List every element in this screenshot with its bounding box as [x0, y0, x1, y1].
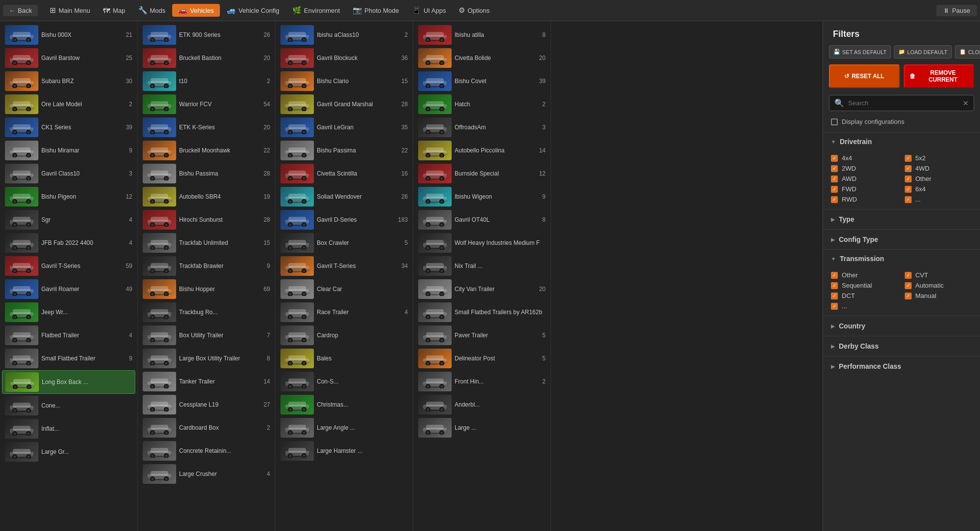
vehicle-item[interactable]: City Van Trailer 20: [415, 278, 549, 300]
vehicle-item[interactable]: Trackfab Brawler 9: [140, 255, 273, 277]
vehicle-item[interactable]: Gavril Class10 3: [2, 162, 135, 185]
vehicle-item[interactable]: Large Gr...: [2, 441, 135, 463]
config-type-header[interactable]: ▶ Config Type: [823, 230, 980, 249]
checkbox-awd[interactable]: ✓: [831, 176, 838, 182]
checkbox-automatic[interactable]: ✓: [905, 282, 912, 289]
checkbox-item-dct[interactable]: ✓ DCT: [831, 292, 899, 299]
vehicle-item[interactable]: Ore Late Model 2: [2, 93, 135, 116]
nav-btn-photo-mode[interactable]: 📷Photo Mode: [347, 4, 405, 17]
nav-btn-options[interactable]: ⚙Options: [453, 4, 495, 17]
clone-current-button[interactable]: 📋 CLONE CURRENT: [955, 45, 980, 59]
checkbox-item-manual[interactable]: ✓ Manual: [905, 292, 973, 299]
checkbox-item-sequential[interactable]: ✓ Sequential: [831, 282, 899, 289]
vehicle-item[interactable]: Wolf Heavy Industries Medium F: [415, 232, 549, 254]
checkbox-fwd[interactable]: ✓: [831, 186, 838, 193]
vehicle-item[interactable]: Bishu Clario 15: [277, 70, 411, 92]
vehicle-item[interactable]: Bales: [277, 347, 411, 370]
vehicle-item[interactable]: Bishu 000X 21: [2, 24, 135, 46]
vehicle-item[interactable]: Cardboard Box 2: [140, 416, 273, 439]
reset-all-button[interactable]: ↺ RESET ALL: [829, 64, 900, 88]
vehicle-item[interactable]: Delineator Post 5: [415, 347, 549, 370]
vehicle-item[interactable]: Bishu Pigeon 12: [2, 185, 135, 208]
vehicle-item[interactable]: JFB Fab 2022 4400 4: [2, 232, 135, 254]
vehicle-item[interactable]: Small Flatbed Trailer 9: [2, 347, 135, 370]
vehicle-item[interactable]: ETK K-Series 20: [140, 116, 273, 139]
drivetrain-header[interactable]: ▼ Drivetrain: [823, 133, 980, 150]
checkbox-2wd[interactable]: ✓: [831, 165, 838, 172]
vehicle-item[interactable]: Ibishu aClass10 2: [277, 24, 411, 46]
checkbox-item-4wd[interactable]: ✓ 4WD: [905, 165, 973, 172]
nav-btn-vehicle-config[interactable]: 🚙Vehicle Config: [221, 4, 285, 17]
checkbox-item-automatic[interactable]: ✓ Automatic: [905, 282, 973, 289]
checkbox-item-fwd[interactable]: ✓ FWD: [831, 185, 899, 193]
vehicle-item[interactable]: CK1 Series 39: [2, 116, 135, 139]
vehicle-item[interactable]: Jeep Wr...: [2, 301, 135, 324]
checkbox-item-2wd[interactable]: ✓ 2WD: [831, 165, 899, 172]
vehicle-item[interactable]: Concrete Retainin...: [140, 440, 273, 462]
vehicle-item[interactable]: Tanker Trailer 14: [140, 370, 273, 393]
checkbox-item-other[interactable]: ✓ Other: [905, 175, 973, 182]
vehicle-item[interactable]: Ibishu atilla 8: [415, 24, 549, 46]
vehicle-item[interactable]: t10 2: [140, 70, 273, 92]
transmission-header[interactable]: ▼ Transmission: [823, 250, 980, 267]
load-default-button[interactable]: 📁 LOAD DEFAULT: [894, 45, 952, 59]
checkbox-item-5x2[interactable]: ✓ 5x2: [905, 154, 973, 162]
nav-btn-ui-apps[interactable]: 📱UI Apps: [406, 4, 452, 17]
vehicle-item[interactable]: ETK 900 Series 26: [140, 24, 273, 46]
vehicle-item[interactable]: Bishu Covet 39: [415, 70, 549, 92]
vehicle-item[interactable]: Civetta Bolide 20: [415, 47, 549, 69]
vehicle-item[interactable]: Soliad Wendover 26: [277, 185, 411, 208]
vehicle-item[interactable]: Gavril Blockuck 36: [277, 47, 411, 69]
checkbox-item-4x4[interactable]: ✓ 4x4: [831, 154, 899, 162]
vehicle-item[interactable]: Autobello SBR4 19: [140, 185, 273, 208]
country-header[interactable]: ▶ Country: [823, 316, 980, 336]
vehicle-item[interactable]: Sgr 4: [2, 208, 135, 231]
search-clear-button[interactable]: ✕: [963, 99, 969, 107]
checkbox-item-awd[interactable]: ✓ AWD: [831, 175, 899, 182]
vehicle-item[interactable]: Trackbug Ro...: [140, 301, 273, 324]
checkbox-more[interactable]: ✓: [831, 303, 838, 310]
vehicle-item[interactable]: Bishu Miramar 9: [2, 139, 135, 162]
vehicle-item[interactable]: Race Trailer 4: [277, 301, 411, 324]
nav-btn-mods[interactable]: 🔧Mods: [132, 4, 172, 17]
vehicle-item[interactable]: Front Hin... 2: [415, 370, 549, 393]
vehicle-item[interactable]: Trackfab Unlimited 15: [140, 232, 273, 254]
pause-button[interactable]: ⏸ Pause: [936, 5, 977, 16]
vehicle-item[interactable]: Clear Car: [277, 278, 411, 300]
vehicle-item[interactable]: Bishu Passima 28: [140, 162, 273, 185]
performance-class-header[interactable]: ▶ Performance Class: [823, 356, 980, 376]
nav-btn-vehicles[interactable]: 🚗Vehicles: [172, 4, 219, 17]
checkbox-item-other[interactable]: ✓ Other: [831, 271, 899, 279]
vehicle-item[interactable]: Gavril Grand Marshal 28: [277, 93, 411, 116]
vehicle-item[interactable]: Gavril Roamer 49: [2, 278, 135, 300]
vehicle-item[interactable]: Long Box Back ...: [2, 370, 135, 394]
vehicle-item[interactable]: Flatbed Trailer 4: [2, 324, 135, 347]
vehicle-item[interactable]: Burnside Special 12: [415, 162, 549, 185]
vehicle-item[interactable]: Hirochi Sunburst 28: [140, 208, 273, 231]
vehicle-item[interactable]: Cessplane L19 27: [140, 393, 273, 416]
vehicle-item[interactable]: Bishu Passima 22: [277, 139, 411, 162]
checkbox-other[interactable]: ✓: [831, 272, 838, 279]
vehicle-item[interactable]: Large ...: [415, 416, 549, 439]
vehicle-item[interactable]: Box Utility Trailer 7: [140, 324, 273, 347]
vehicle-item[interactable]: Large Box Utility Trailer 8: [140, 347, 273, 370]
checkbox-6x4[interactable]: ✓: [905, 186, 912, 193]
nav-btn-environment[interactable]: 🌿Environment: [286, 4, 346, 17]
vehicle-item[interactable]: Hatch 2: [415, 93, 549, 116]
vehicle-item[interactable]: Civetta Scintilla 16: [277, 162, 411, 185]
checkbox-5x2[interactable]: ✓: [905, 155, 912, 162]
back-button[interactable]: ← Back: [3, 5, 38, 16]
checkbox-4wd[interactable]: ✓: [905, 165, 912, 172]
vehicle-item[interactable]: Nix Trail ...: [415, 255, 549, 277]
vehicle-item[interactable]: Anderbl...: [415, 393, 549, 416]
vehicle-item[interactable]: Large Hamster ...: [277, 440, 411, 462]
vehicle-item[interactable]: Con-S...: [277, 370, 411, 393]
checkbox-dct[interactable]: ✓: [831, 293, 838, 299]
nav-btn-map[interactable]: 🗺Map: [97, 4, 131, 17]
derby-class-header[interactable]: ▶ Derby Class: [823, 336, 980, 356]
vehicle-item[interactable]: Gavril Barstow 25: [2, 47, 135, 69]
checkbox-more[interactable]: ✓: [905, 196, 912, 203]
vehicle-item[interactable]: Box Crawler 5: [277, 232, 411, 254]
vehicle-item[interactable]: Large Crusher 4: [140, 463, 273, 485]
set-as-default-button[interactable]: 💾 SET AS DEFAULT: [829, 45, 891, 59]
